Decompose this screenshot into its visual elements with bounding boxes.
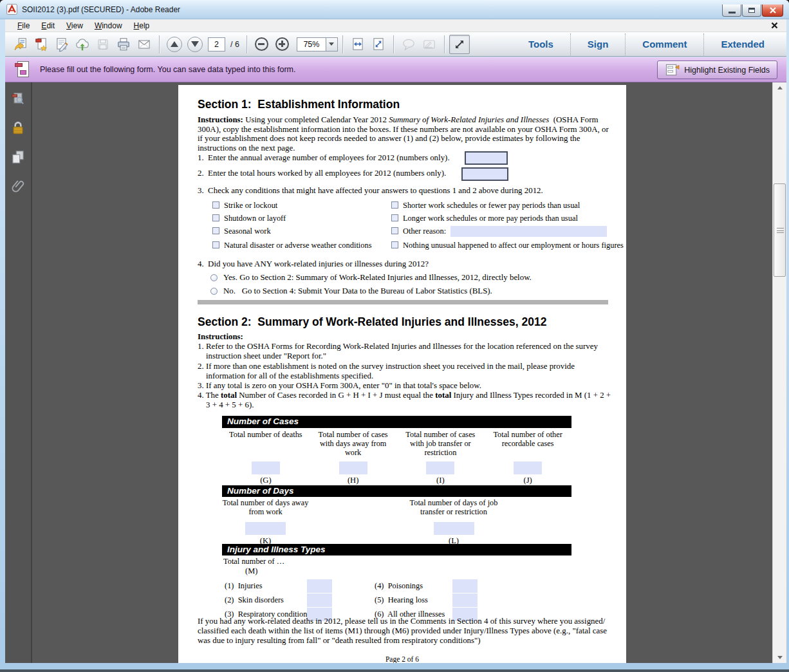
column-header: Total number of other recordable cases [488, 431, 567, 460]
hearing-loss-field[interactable] [452, 593, 478, 607]
no-radio[interactable] [210, 288, 218, 295]
section1-instructions: Instructions: Using your completed Calen… [198, 115, 611, 153]
zoom-out-button[interactable] [252, 35, 272, 54]
cases-column-j: Total number of other recordable cases (… [484, 428, 571, 485]
extended-panel-button[interactable]: Extended [704, 39, 781, 50]
zoom-out-icon [255, 37, 268, 51]
yes-radio[interactable] [210, 274, 218, 281]
page-number-input[interactable] [208, 37, 225, 51]
toolbar-separator [159, 35, 160, 53]
scrollbar-thumb[interactable] [774, 183, 786, 277]
create-pdf-button[interactable] [31, 35, 51, 54]
toolbar-separator [393, 35, 394, 53]
toolbar-separator [444, 35, 445, 53]
share-cloud-button[interactable] [72, 35, 93, 54]
pdf-page: Section 1: Establishment Information Ins… [178, 85, 626, 663]
injuries-label: (1) Injuries [225, 581, 263, 591]
job-transfer-cases-field[interactable] [426, 462, 454, 474]
days-away-cases-field[interactable] [339, 462, 367, 474]
minimize-button[interactable] [722, 5, 741, 17]
column-letter: (G) [227, 476, 305, 485]
other-reason-field[interactable] [450, 226, 607, 237]
days-column-l: Total number of days of job transfer or … [402, 499, 505, 546]
cases-column-i: Total number of cases with job transfer … [397, 428, 485, 485]
vertical-scrollbar[interactable] [772, 82, 786, 663]
nothing-unusual-checkbox[interactable] [391, 241, 398, 248]
title-bar[interactable]: SOII2012 (3).pdf (SECURED) - Adobe Reade… [0, 0, 789, 19]
shorter-schedules-checkbox[interactable] [391, 201, 398, 209]
sign-panel-button[interactable]: Sign [571, 39, 626, 50]
question1-label: 1. Enter the annual average number of em… [198, 153, 450, 163]
print-button[interactable] [113, 35, 134, 54]
days-away-total-field[interactable] [245, 522, 286, 535]
email-button[interactable] [134, 35, 154, 54]
window-controls [721, 5, 783, 17]
total-deaths-field[interactable] [252, 462, 280, 474]
toolbar-separator [246, 35, 247, 53]
hearing-loss-label: (5) Hearing loss [375, 595, 428, 605]
shutdown-or-layoff-checkbox[interactable] [212, 214, 219, 221]
column-header: Total number of cases with job transfer … [402, 431, 480, 460]
maximize-button[interactable] [742, 5, 761, 17]
comment-panel-button[interactable]: Comment [626, 39, 703, 50]
save-button[interactable] [93, 35, 113, 54]
page-thumbnails-panel-button[interactable] [9, 90, 27, 108]
column-letter: (H) [314, 476, 393, 485]
highlight-existing-fields-button[interactable]: Highlight Existing Fields [657, 61, 777, 79]
natural-disaster-checkbox[interactable] [212, 241, 219, 248]
fit-width-button[interactable] [348, 35, 368, 54]
next-page-button[interactable] [185, 35, 205, 54]
menu-view[interactable]: View [60, 20, 89, 32]
section1-title: Section 1: Establishment Information [198, 98, 400, 111]
adobe-reader-window: SOII2012 (3).pdf (SECURED) - Adobe Reade… [0, 0, 789, 672]
open-file-button[interactable] [10, 35, 31, 54]
attachments-panel-button[interactable] [9, 177, 27, 195]
highlight-fields-icon [665, 63, 680, 77]
navigation-rail [5, 82, 32, 663]
instructions-italic-text: Summary of Work-Related Injuries and Ill… [389, 115, 549, 124]
scroll-up-button[interactable] [773, 82, 786, 93]
number-of-cases-header: Number of Cases [222, 416, 571, 428]
previous-page-button[interactable] [164, 35, 185, 54]
natural-disaster-label: Natural disaster or adverse weather cond… [224, 241, 372, 250]
seasonal-work-checkbox[interactable] [212, 227, 219, 234]
zoom-level-value[interactable]: 75% [297, 37, 326, 51]
close-document-icon[interactable] [770, 21, 779, 30]
security-panel-button[interactable] [9, 119, 27, 137]
other-reason-label: Other reason: [403, 227, 446, 236]
cloud-upload-icon [75, 37, 90, 52]
menu-file[interactable]: File [12, 20, 35, 32]
job-transfer-days-field[interactable] [434, 522, 474, 535]
strike-or-lockout-label: Strike or lockout [224, 201, 277, 210]
close-button[interactable] [762, 5, 783, 17]
zoom-in-button[interactable] [272, 35, 293, 54]
reading-mode-button[interactable] [449, 35, 470, 54]
comment-tool-button[interactable] [398, 35, 419, 54]
other-recordable-cases-field[interactable] [514, 462, 542, 474]
form-notice-bar: Please fill out the following form. You … [5, 57, 786, 82]
other-reason-checkbox[interactable] [391, 227, 398, 234]
zoom-dropdown-button[interactable] [326, 37, 338, 51]
no-option-label: No. Go to Section 4: Submit Your Data to… [223, 286, 492, 296]
skin-disorders-field[interactable] [307, 593, 332, 607]
longer-schedules-checkbox[interactable] [391, 214, 398, 221]
fit-page-button[interactable] [368, 35, 389, 54]
sign-document-button[interactable] [51, 35, 72, 54]
menu-edit[interactable]: Edit [35, 20, 60, 32]
total-hours-field[interactable] [461, 167, 508, 181]
number-of-days-header: Number of Days [222, 485, 571, 497]
pages-panel-button[interactable] [9, 148, 27, 166]
seasonal-work-label: Seasonal work [224, 227, 271, 236]
strike-or-lockout-checkbox[interactable] [212, 201, 219, 209]
scroll-down-button[interactable] [773, 652, 786, 663]
chevron-down-icon [329, 42, 334, 46]
skin-disorders-label: (2) Skin disorders [225, 595, 284, 605]
signature-tool-button[interactable] [419, 35, 440, 54]
employees-count-field[interactable] [465, 151, 508, 165]
menu-help[interactable]: Help [128, 20, 156, 32]
poisonings-field[interactable] [452, 579, 478, 593]
menu-window[interactable]: Window [89, 20, 128, 32]
toolbar-panels: Tools Sign Comment Extended [512, 32, 781, 56]
injuries-field[interactable] [307, 579, 332, 593]
tools-panel-button[interactable]: Tools [512, 39, 570, 50]
